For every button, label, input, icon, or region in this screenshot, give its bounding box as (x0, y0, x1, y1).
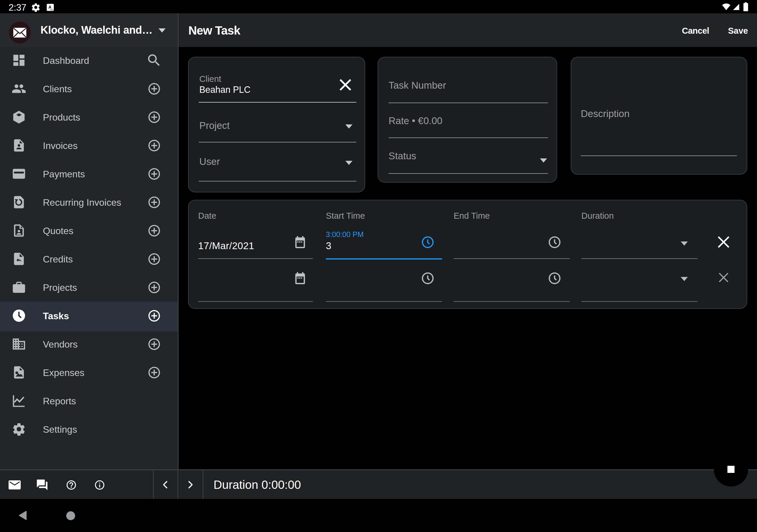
svg-text:A: A (48, 5, 51, 10)
